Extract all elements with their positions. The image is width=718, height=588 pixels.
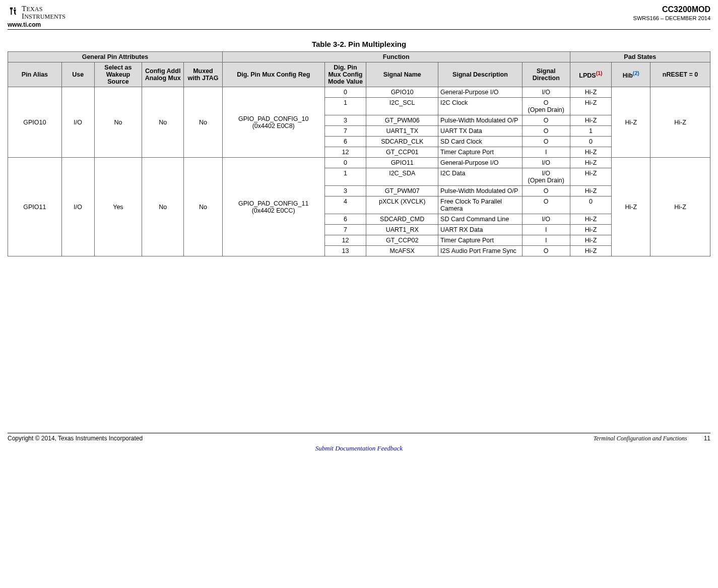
cell-lpds: Hi-Z xyxy=(570,214,612,225)
cell-signal-name: pXCLK (XVCLK) xyxy=(366,197,438,214)
cell-wakeup: No xyxy=(94,87,142,158)
cell-lpds: 1 xyxy=(570,126,612,137)
cell-signal-name: McAFSX xyxy=(366,246,438,256)
cell-signal-desc: UART TX Data xyxy=(438,126,523,137)
cell-signal-desc: SD Card Command Line xyxy=(438,214,523,225)
cell-lpds: Hi-Z xyxy=(570,246,612,256)
cell-lpds: Hi-Z xyxy=(570,225,612,235)
cell-signal-dir: O xyxy=(522,115,570,126)
cell-signal-name: GPIO11 xyxy=(366,158,438,168)
cell-mode-value: 3 xyxy=(324,115,366,126)
col-nreset: nRESET = 0 xyxy=(650,62,710,87)
cell-lpds: Hi-Z xyxy=(570,98,612,115)
cell-mode-value: 7 xyxy=(324,126,366,137)
col-lpds: LPDS(1) xyxy=(570,62,612,87)
ti-logo-text: TEXAS INSTRUMENTS xyxy=(22,5,66,20)
cell-lpds: Hi-Z xyxy=(570,235,612,246)
cell-pin-alias: GPIO10 xyxy=(8,87,62,158)
cell-lpds: Hi-Z xyxy=(570,115,612,126)
pin-mux-table: General Pin Attributes Function Pad Stat… xyxy=(8,51,710,256)
col-hib: Hib(2) xyxy=(612,62,650,87)
col-wakeup: Select as Wakeup Source xyxy=(94,62,142,87)
cell-signal-name: I2C_SDA xyxy=(366,168,438,186)
cell-config-reg: GPIO_PAD_CONFIG_10(0x4402 E0C8) xyxy=(222,87,324,158)
cell-signal-desc: Pulse-Width Modulated O/P xyxy=(438,186,523,197)
ti-logo-icon xyxy=(8,5,20,17)
feedback-link[interactable]: Submit Documentation Feedback xyxy=(8,444,710,452)
cell-signal-dir: I/O xyxy=(522,87,570,98)
cell-signal-name: GPIO10 xyxy=(366,87,438,98)
cell-signal-name: SDCARD_CLK xyxy=(366,137,438,147)
cell-muxed-jtag: No xyxy=(184,87,223,158)
col-use: Use xyxy=(61,62,94,87)
cell-hib: Hi-Z xyxy=(612,87,650,158)
cell-signal-desc: General-Purpose I/O xyxy=(438,158,523,168)
cell-mode-value: 4 xyxy=(324,197,366,214)
table-row: GPIO11I/OYesNoNoGPIO_PAD_CONFIG_11(0x440… xyxy=(8,158,710,168)
cell-hib: Hi-Z xyxy=(612,158,650,256)
cell-signal-name: I2C_SCL xyxy=(366,98,438,115)
footer-page-number: 11 xyxy=(704,435,710,442)
col-config-addl: Config Addl Analog Mux xyxy=(142,62,184,87)
cell-mode-value: 0 xyxy=(324,87,366,98)
cell-mode-value: 7 xyxy=(324,225,366,235)
page-footer: Copyright © 2014, Texas Instruments Inco… xyxy=(8,433,710,442)
ti-url[interactable]: www.ti.com xyxy=(8,21,66,28)
footer-copyright: Copyright © 2014, Texas Instruments Inco… xyxy=(8,435,143,442)
cell-lpds: Hi-Z xyxy=(570,186,612,197)
col-signal-desc: Signal Description xyxy=(438,62,523,87)
cell-signal-name: UART1_TX xyxy=(366,126,438,137)
cell-signal-desc: I2C Data xyxy=(438,168,523,186)
cell-signal-name: SDCARD_CMD xyxy=(366,214,438,225)
cell-use: I/O xyxy=(61,158,94,256)
cell-mode-value: 3 xyxy=(324,186,366,197)
part-number: CC3200MOD xyxy=(633,5,710,14)
cell-config-reg: GPIO_PAD_CONFIG_11(0x4402 E0CC) xyxy=(222,158,324,256)
cell-signal-dir: I/O(Open Drain) xyxy=(522,168,570,186)
cell-lpds: Hi-Z xyxy=(570,147,612,158)
cell-signal-desc: Timer Capture Port xyxy=(438,235,523,246)
cell-signal-name: GT_PWM06 xyxy=(366,115,438,126)
cell-signal-dir: O xyxy=(522,126,570,137)
table-title: Table 3-2. Pin Multiplexing xyxy=(8,40,710,48)
cell-signal-name: GT_PWM07 xyxy=(366,186,438,197)
cell-use: I/O xyxy=(61,87,94,158)
cell-lpds: 0 xyxy=(570,197,612,214)
ti-logo-block: TEXAS INSTRUMENTS www.ti.com xyxy=(8,5,66,28)
cell-signal-name: UART1_RX xyxy=(366,225,438,235)
cell-signal-dir: I xyxy=(522,235,570,246)
cell-signal-dir: I xyxy=(522,225,570,235)
cell-nreset: Hi-Z xyxy=(650,158,710,256)
cell-lpds: Hi-Z xyxy=(570,158,612,168)
cell-mode-value: 1 xyxy=(324,98,366,115)
cell-wakeup: Yes xyxy=(94,158,142,256)
cell-mode-value: 6 xyxy=(324,137,366,147)
cell-signal-dir: O xyxy=(522,246,570,256)
header-group-padstates: Pad States xyxy=(570,52,710,62)
cell-lpds: Hi-Z xyxy=(570,168,612,186)
cell-config-addl: No xyxy=(142,87,184,158)
cell-nreset: Hi-Z xyxy=(650,87,710,158)
cell-mode-value: 1 xyxy=(324,168,366,186)
cell-signal-desc: SD Card Clock xyxy=(438,137,523,147)
col-pin-alias: Pin Alias xyxy=(8,62,62,87)
cell-signal-dir: O xyxy=(522,186,570,197)
cell-signal-desc: Pulse-Width Modulated O/P xyxy=(438,115,523,126)
cell-mode-value: 12 xyxy=(324,235,366,246)
col-muxed-jtag: Muxed with JTAG xyxy=(184,62,223,87)
col-mode-value: Dig. Pin Mux Config Mode Value xyxy=(324,62,366,87)
cell-signal-desc: UART RX Data xyxy=(438,225,523,235)
cell-signal-dir: O(Open Drain) xyxy=(522,98,570,115)
cell-signal-desc: I2S Audio Port Frame Sync xyxy=(438,246,523,256)
cell-signal-desc: I2C Clock xyxy=(438,98,523,115)
cell-signal-dir: O xyxy=(522,137,570,147)
page-header: TEXAS INSTRUMENTS www.ti.com CC3200MOD S… xyxy=(8,5,710,30)
cell-signal-name: GT_CCP02 xyxy=(366,235,438,246)
part-info: CC3200MOD SWRS166 – DECEMBER 2014 xyxy=(633,5,710,21)
cell-signal-dir: I/O xyxy=(522,158,570,168)
footer-section: Terminal Configuration and Functions xyxy=(594,435,687,442)
cell-config-addl: No xyxy=(142,158,184,256)
cell-lpds: Hi-Z xyxy=(570,87,612,98)
cell-pin-alias: GPIO11 xyxy=(8,158,62,256)
cell-mode-value: 13 xyxy=(324,246,366,256)
